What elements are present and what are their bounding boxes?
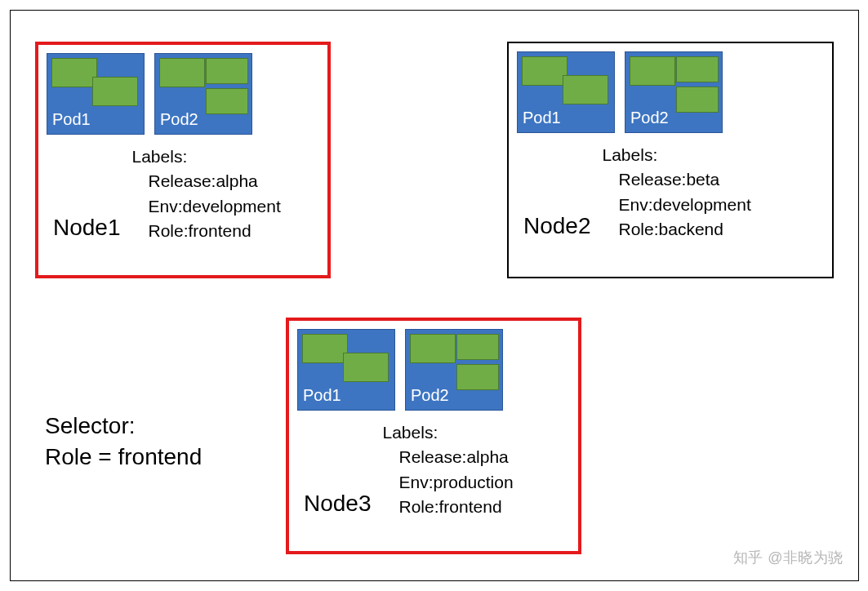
node-body: Node1 Labels: Release:alpha Env:developm… (47, 144, 319, 244)
label-kv: Env:development (603, 193, 751, 217)
diagram-canvas: Pod1 Pod2 Node1 Labels: Release:alpha En… (10, 10, 859, 581)
pod-pod1: Pod1 (297, 329, 395, 411)
node-box-node3: Pod1 Pod2 Node3 Labels: Release:alpha En… (286, 318, 581, 554)
node-body: Node2 Labels: Release:beta Env:developme… (517, 143, 824, 242)
node-name: Node3 (304, 491, 372, 520)
node-body: Node3 Labels: Release:alpha Env:producti… (297, 420, 570, 520)
container-icon (456, 364, 499, 390)
container-icon (51, 58, 97, 87)
node-name: Node2 (523, 213, 591, 242)
pod-label: Pod2 (160, 110, 198, 129)
node-box-node1: Pod1 Pod2 Node1 Labels: Release:alpha En… (35, 42, 331, 278)
label-kv: Release:alpha (383, 445, 514, 469)
container-icon (302, 334, 348, 363)
labels-title: Labels: (132, 144, 281, 169)
container-icon (522, 56, 568, 86)
container-icon (410, 334, 456, 363)
label-kv: Role:backend (603, 217, 751, 242)
label-kv: Release:beta (603, 167, 751, 192)
pod-pod1: Pod1 (517, 51, 615, 133)
labels-block: Labels: Release:alpha Env:development Ro… (132, 144, 281, 244)
container-icon (92, 77, 138, 106)
label-kv: Role:frontend (383, 495, 514, 519)
labels-title: Labels: (383, 420, 514, 445)
selector-title: Selector: (45, 411, 202, 442)
pod-label: Pod1 (52, 110, 91, 129)
node-name: Node1 (53, 215, 121, 244)
label-kv: Release:alpha (132, 169, 281, 193)
label-kv: Env:production (383, 470, 514, 495)
container-icon (676, 87, 719, 113)
container-icon (456, 334, 499, 360)
pod-pod2: Pod2 (625, 51, 723, 133)
container-icon (159, 58, 205, 87)
pods-row: Pod1 Pod2 (47, 53, 319, 135)
pod-label: Pod1 (303, 386, 341, 405)
selector-expression: Role = frontend (45, 442, 202, 473)
node-box-node2: Pod1 Pod2 Node2 Labels: Release:beta Env… (507, 42, 834, 278)
selector-block: Selector: Role = frontend (45, 411, 202, 473)
labels-block: Labels: Release:alpha Env:production Rol… (383, 420, 514, 520)
pod-pod2: Pod2 (154, 53, 252, 135)
container-icon (563, 75, 608, 104)
pod-label: Pod2 (630, 109, 669, 127)
pod-pod2: Pod2 (405, 329, 503, 411)
pod-pod1: Pod1 (47, 53, 145, 135)
labels-title: Labels: (603, 143, 751, 167)
pods-row: Pod1 Pod2 (517, 51, 824, 133)
container-icon (343, 353, 389, 382)
container-icon (630, 56, 675, 86)
watermark: 知乎 @非晓为骁 (733, 548, 844, 567)
pod-label: Pod2 (411, 386, 449, 405)
pods-row: Pod1 Pod2 (297, 329, 570, 411)
pod-label: Pod1 (523, 109, 561, 127)
label-kv: Env:development (132, 194, 281, 219)
container-icon (206, 58, 248, 84)
labels-block: Labels: Release:beta Env:development Rol… (603, 143, 751, 242)
container-icon (206, 88, 248, 114)
container-icon (676, 56, 719, 82)
label-kv: Role:frontend (132, 219, 281, 243)
